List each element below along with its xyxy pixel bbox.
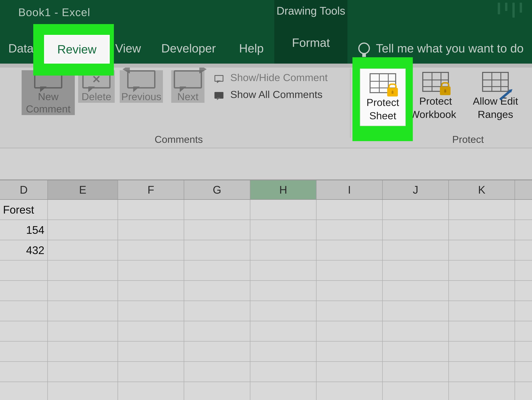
cell[interactable]: [250, 382, 317, 400]
cell[interactable]: [317, 382, 383, 400]
cell[interactable]: [383, 281, 449, 301]
cell[interactable]: [250, 200, 317, 220]
cell[interactable]: [118, 321, 184, 341]
cell[interactable]: [449, 240, 515, 260]
cell[interactable]: [250, 220, 317, 240]
allow-edit-ranges-button[interactable]: Allow Edit Ranges: [469, 72, 522, 121]
cell[interactable]: [383, 220, 449, 240]
cell[interactable]: [515, 220, 532, 240]
cell[interactable]: [0, 321, 48, 341]
cell[interactable]: [250, 301, 317, 321]
cell[interactable]: [317, 200, 383, 220]
cell[interactable]: [184, 301, 250, 321]
col-header-next[interactable]: [515, 180, 532, 199]
show-all-comments-button[interactable]: Show All Comments: [215, 88, 323, 100]
cell[interactable]: [383, 362, 449, 382]
cell[interactable]: [383, 301, 449, 321]
previous-comment-button[interactable]: Previous: [120, 70, 163, 103]
cell[interactable]: [449, 362, 515, 382]
cell[interactable]: [184, 260, 250, 280]
cell[interactable]: [317, 240, 383, 260]
cell[interactable]: [515, 240, 532, 260]
col-header-J[interactable]: J: [383, 180, 449, 199]
cell[interactable]: [184, 220, 250, 240]
col-header-K[interactable]: K: [449, 180, 515, 199]
cell[interactable]: [48, 301, 118, 321]
cell[interactable]: [0, 301, 48, 321]
cell[interactable]: [383, 200, 449, 220]
cell[interactable]: [118, 220, 184, 240]
col-header-H[interactable]: H: [250, 180, 317, 199]
cell[interactable]: [449, 342, 515, 361]
cell[interactable]: [118, 281, 184, 301]
col-header-F[interactable]: F: [118, 180, 184, 199]
cell[interactable]: [184, 281, 250, 301]
cell[interactable]: [118, 240, 184, 260]
cell[interactable]: [118, 260, 184, 280]
cell[interactable]: [48, 321, 118, 341]
cell[interactable]: [317, 281, 383, 301]
cell[interactable]: [515, 382, 532, 400]
cell[interactable]: [515, 342, 532, 361]
cell[interactable]: [118, 382, 184, 400]
tab-developer[interactable]: Developer: [161, 42, 216, 55]
col-header-I[interactable]: I: [317, 180, 383, 199]
cell[interactable]: [383, 382, 449, 400]
cell[interactable]: [250, 240, 317, 260]
cell[interactable]: [48, 260, 118, 280]
cell[interactable]: [0, 362, 48, 382]
cell[interactable]: [184, 342, 250, 361]
cell[interactable]: 432: [0, 240, 48, 260]
cell[interactable]: [515, 281, 532, 301]
cell[interactable]: [250, 281, 317, 301]
cell[interactable]: [449, 382, 515, 400]
cell[interactable]: [317, 362, 383, 382]
cell[interactable]: [48, 281, 118, 301]
formula-bar-area[interactable]: [0, 148, 532, 180]
cell[interactable]: [0, 281, 48, 301]
cell[interactable]: [48, 342, 118, 361]
protect-sheet-button[interactable]: Protect Sheet: [360, 68, 406, 126]
tab-data[interactable]: Data: [8, 42, 34, 55]
cell[interactable]: [449, 260, 515, 280]
cell[interactable]: [383, 321, 449, 341]
new-comment-button[interactable]: New Comment: [22, 70, 75, 115]
cell[interactable]: [515, 200, 532, 220]
protect-workbook-button[interactable]: Protect Workbook: [409, 72, 462, 121]
cell[interactable]: [449, 200, 515, 220]
cell[interactable]: [250, 260, 317, 280]
tell-me-search[interactable]: Tell me what you want to do: [358, 42, 524, 55]
tab-help[interactable]: Help: [239, 42, 264, 55]
cell[interactable]: [317, 342, 383, 361]
cell[interactable]: [48, 362, 118, 382]
cell[interactable]: [515, 301, 532, 321]
cell[interactable]: [0, 260, 48, 280]
cell[interactable]: [515, 260, 532, 280]
col-header-G[interactable]: G: [184, 180, 250, 199]
col-header-D[interactable]: D: [0, 180, 48, 199]
cell[interactable]: [515, 362, 532, 382]
cell[interactable]: [184, 200, 250, 220]
cell[interactable]: [118, 301, 184, 321]
cell[interactable]: [250, 321, 317, 341]
cell[interactable]: Forest: [0, 200, 48, 220]
cell[interactable]: [118, 362, 184, 382]
cell[interactable]: [515, 321, 532, 341]
cell[interactable]: [118, 342, 184, 361]
cell[interactable]: [48, 220, 118, 240]
cell[interactable]: [383, 260, 449, 280]
cell[interactable]: [317, 301, 383, 321]
tab-review[interactable]: Review: [44, 35, 110, 64]
cell[interactable]: [184, 362, 250, 382]
cell[interactable]: [118, 200, 184, 220]
show-hide-comment-button[interactable]: Show/Hide Comment: [215, 72, 328, 83]
cell[interactable]: [449, 220, 515, 240]
cell[interactable]: [250, 362, 317, 382]
cell[interactable]: [48, 382, 118, 400]
cell[interactable]: [48, 200, 118, 220]
cell[interactable]: [317, 321, 383, 341]
cell[interactable]: [449, 301, 515, 321]
cell[interactable]: [184, 240, 250, 260]
tab-view[interactable]: View: [115, 42, 141, 55]
cell[interactable]: [48, 240, 118, 260]
